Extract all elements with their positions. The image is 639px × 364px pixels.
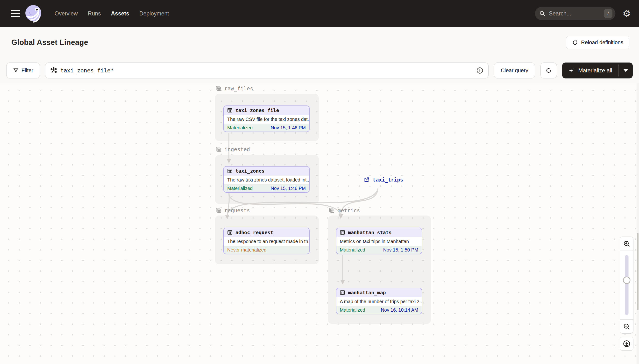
node-footer: Never materialized (224, 246, 309, 254)
sparkle-icon (568, 67, 575, 74)
node-footer: Materialized Nov 15, 1:50 PM (336, 246, 422, 254)
nav-links: Overview Runs Assets Deployment (55, 10, 169, 17)
settings-gear-icon[interactable]: ⚙ (622, 9, 631, 18)
table-icon (227, 108, 233, 113)
chevron-down-icon (623, 69, 628, 72)
group-tables-icon (215, 85, 222, 92)
search-placeholder: Search... (549, 10, 604, 17)
asset-query-input[interactable]: taxi_zones_file* (45, 62, 488, 78)
materialization-status: Materialized (227, 125, 253, 130)
nav-item-runs[interactable]: Runs (88, 10, 101, 17)
refresh-graph-button[interactable] (540, 62, 557, 78)
lineage-canvas[interactable]: raw_files ingested requests (0, 83, 639, 364)
materialize-all-label: Materialize all (578, 67, 612, 74)
zoom-slider-thumb[interactable] (623, 276, 630, 284)
search-input[interactable]: Search... / (535, 7, 615, 20)
group-name: requests (224, 207, 250, 214)
zoom-in-button[interactable] (620, 237, 633, 251)
materialization-status: Materialized (340, 307, 365, 313)
nav-item-deployment[interactable]: Deployment (139, 10, 169, 17)
node-header: manhattan_stats (336, 228, 422, 237)
group-label-ingested[interactable]: ingested (215, 146, 250, 152)
external-link-icon (364, 177, 369, 183)
filter-button[interactable]: Filter (6, 62, 40, 78)
filter-funnel-icon (13, 68, 19, 74)
table-icon (227, 230, 233, 235)
top-nav: Overview Runs Assets Deployment Search..… (0, 0, 639, 27)
group-tables-icon (215, 146, 222, 152)
node-header: manhattan_map (336, 288, 422, 297)
clear-query-label: Clear query (501, 67, 528, 74)
zoom-slider-track[interactable] (625, 255, 628, 315)
asset-node-adhoc-request[interactable]: adhoc_request The response to an request… (223, 228, 310, 254)
download-icon (623, 340, 630, 348)
query-info-icon[interactable] (476, 67, 483, 74)
search-shortcut-key: / (604, 9, 612, 18)
menu-icon[interactable] (11, 10, 20, 17)
asset-node-taxi-zones[interactable]: taxi_zones The raw taxi zones dataset, l… (223, 166, 310, 192)
scrollbar[interactable] (636, 83, 639, 364)
node-footer: Materialized Nov 15, 1:46 PM (224, 124, 309, 132)
asset-description: The raw taxi zones dataset, loaded int..… (224, 176, 309, 184)
asset-name: adhoc_request (235, 230, 273, 235)
reload-definitions-label: Reload definitions (581, 39, 623, 46)
lineage-toolbar: Filter taxi_zones_file* Clear (0, 58, 639, 83)
asset-node-manhattan-stats[interactable]: manhattan_stats Metrics on taxi trips in… (336, 228, 422, 254)
clear-query-button[interactable]: Clear query (494, 62, 535, 78)
external-asset-taxi-trips[interactable]: taxi_trips (364, 177, 403, 183)
materialize-options-dropdown[interactable] (619, 62, 633, 78)
group-tables-icon (328, 207, 335, 214)
lineage-edges (0, 83, 639, 364)
reload-definitions-button[interactable]: Reload definitions (566, 36, 629, 49)
group-name: metrics (338, 207, 360, 214)
asset-description: A map of the number of trips per taxi z.… (336, 297, 422, 306)
group-label-metrics[interactable]: metrics (328, 207, 360, 214)
group-tables-icon (215, 207, 222, 214)
table-icon (227, 168, 233, 174)
group-label-raw-files[interactable]: raw_files (215, 85, 253, 92)
materialize-all-button[interactable]: Materialize all (562, 62, 618, 78)
zoom-in-icon (623, 240, 630, 248)
group-label-requests[interactable]: requests (215, 207, 250, 214)
search-icon (539, 10, 545, 17)
node-header: taxi_zones (224, 166, 309, 176)
node-footer: Materialized Nov 16, 10:14 AM (336, 306, 422, 314)
page-title: Global Asset Lineage (11, 38, 88, 47)
nav-item-overview[interactable]: Overview (55, 10, 78, 17)
zoom-out-button[interactable] (620, 319, 633, 333)
zoom-slider[interactable] (620, 251, 633, 319)
page-header: Global Asset Lineage Reload definitions (0, 27, 639, 58)
dagster-app: Overview Runs Assets Deployment Search..… (0, 0, 639, 364)
filter-label: Filter (22, 67, 33, 74)
materialization-timestamp: Nov 15, 1:50 PM (383, 247, 418, 253)
asset-name: manhattan_map (348, 290, 386, 296)
asset-description: The response to an request made in th... (224, 237, 309, 246)
lineage-query-icon (50, 67, 57, 74)
asset-description: The raw CSV file for the taxi zones dat.… (224, 115, 309, 124)
scrollbar-thumb[interactable] (637, 233, 638, 310)
nav-item-assets[interactable]: Assets (111, 10, 129, 17)
group-name: ingested (224, 146, 250, 152)
materialization-timestamp: Nov 15, 1:46 PM (271, 186, 306, 191)
asset-node-manhattan-map[interactable]: manhattan_map A map of the number of tri… (336, 288, 422, 314)
materialization-timestamp: Nov 16, 10:14 AM (381, 307, 418, 313)
export-graph-button[interactable] (620, 337, 633, 351)
refresh-icon (545, 67, 552, 74)
zoom-controls (620, 236, 633, 334)
table-icon (340, 290, 345, 295)
nav-right: Search... / ⚙ (535, 7, 639, 20)
node-header: taxi_zones_file (224, 106, 309, 115)
node-header: adhoc_request (224, 228, 309, 237)
asset-name: taxi_zones (235, 168, 264, 174)
materialization-status: Materialized (340, 247, 365, 253)
dagster-logo-icon[interactable] (24, 4, 43, 23)
external-asset-name: taxi_trips (373, 177, 403, 183)
asset-node-taxi-zones-file[interactable]: taxi_zones_file The raw CSV file for the… (223, 106, 310, 132)
materialization-status: Never materialized (227, 247, 267, 253)
table-icon (340, 230, 345, 235)
group-name: raw_files (224, 86, 253, 92)
query-value: taxi_zones_file* (60, 67, 473, 74)
asset-name: manhattan_stats (348, 230, 392, 235)
materialization-timestamp: Nov 15, 1:46 PM (271, 125, 306, 130)
materialization-status: Materialized (227, 186, 253, 191)
